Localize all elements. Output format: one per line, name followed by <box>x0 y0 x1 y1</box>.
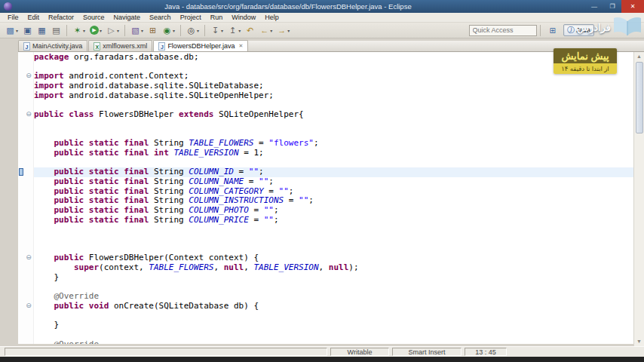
tab-label: MainActivity.java <box>32 42 82 50</box>
tab-close-icon[interactable]: ✕ <box>238 43 243 49</box>
code-line[interactable] <box>34 311 644 321</box>
menu-item-source[interactable]: Source <box>78 14 109 21</box>
back-icon[interactable]: ←▾ <box>258 24 274 37</box>
tab-bar: JMainActivity.javaXxmlflowers.xmlJFlower… <box>18 41 644 52</box>
run-external-tools-icon[interactable]: ▷▾ <box>105 24 121 37</box>
search-icon[interactable]: ◎▾ <box>185 24 201 37</box>
new-class-icon[interactable]: ◉▾ <box>161 24 176 37</box>
fold-cell <box>24 138 33 148</box>
code-line[interactable] <box>34 283 644 293</box>
title-bar: Java - database/src/org/faradars/databas… <box>0 0 644 13</box>
last-edit-location-icon[interactable]: ↶ <box>244 24 256 37</box>
toolbar-icons: ▩▾▣▦▤✶▾▶▾▷▾▧▾⊞◉▾◎▾↧▾↥▾↶←▾→▾ <box>3 24 292 37</box>
fold-margin: ⊖⊖⊖⊖ <box>24 52 34 344</box>
fold-cell <box>24 119 33 129</box>
save-icon[interactable]: ▣ <box>21 24 34 37</box>
toolbar-right: ⊞ⒿJava <box>469 24 594 36</box>
menu-item-search[interactable]: Search <box>145 14 176 21</box>
fold-cell <box>24 330 33 339</box>
quick-access-input[interactable] <box>469 25 537 36</box>
fold-collapse-icon[interactable]: ⊖ <box>24 253 33 262</box>
new-java-project-icon[interactable]: ▧▾ <box>129 24 145 37</box>
java-perspective-button[interactable]: ⒿJava <box>563 24 594 36</box>
perspective-buttons: ⊞ⒿJava <box>544 24 594 36</box>
toolbar-separator <box>124 25 125 36</box>
maximize-button[interactable]: ❐ <box>603 0 621 13</box>
scroll-up-icon[interactable]: ▲ <box>636 52 642 61</box>
debug-icon[interactable]: ✶▾ <box>71 24 87 37</box>
code-line[interactable] <box>34 235 644 244</box>
window-controls: — ❐ ✕ <box>585 0 644 13</box>
fold-cell <box>24 148 33 158</box>
fold-collapse-icon[interactable]: ⊖ <box>24 109 33 119</box>
code-line[interactable]: public static final int TABLE_VERSION = … <box>34 149 644 158</box>
menu-item-navigate[interactable]: Navigate <box>109 14 146 21</box>
code-line[interactable] <box>34 225 644 235</box>
vertical-scrollbar[interactable]: ▲ ▼ <box>633 52 644 346</box>
preview-badge-title: پیش نمایش <box>554 48 617 63</box>
code-line[interactable] <box>34 330 644 340</box>
xml-file-icon: X <box>94 42 100 51</box>
next-annotation-icon[interactable]: ↧▾ <box>209 24 225 37</box>
menu-item-file[interactable]: File <box>3 14 23 21</box>
preview-badge-subtitle: از ابتدا تا دقیقه ۱۴ <box>554 63 617 74</box>
fold-cell <box>24 224 33 234</box>
print-icon[interactable]: ▤ <box>50 24 63 37</box>
menu-item-project[interactable]: Project <box>176 14 206 21</box>
fold-collapse-icon[interactable]: ⊖ <box>24 71 33 81</box>
fold-collapse-icon[interactable]: ⊖ <box>24 301 33 311</box>
fold-cell <box>24 90 33 100</box>
new-wizard-icon[interactable]: ▩▾ <box>4 24 20 37</box>
menu-item-window[interactable]: Window <box>227 14 260 21</box>
fold-cell <box>24 100 33 109</box>
code-line[interactable]: super(context, TABLE_FLOWERS, null, TABL… <box>34 263 644 273</box>
java-file-icon: J <box>158 42 165 51</box>
fold-cell <box>24 52 33 62</box>
code-line[interactable] <box>34 120 644 130</box>
code-editor[interactable]: ⊖⊖⊖⊖ package org.faradars.database.db; i… <box>18 52 644 344</box>
tab-xmlflowers.xml[interactable]: Xxmlflowers.xml <box>88 40 152 51</box>
tab-mainactivity.java[interactable]: JMainActivity.java <box>18 40 87 51</box>
fold-cell <box>24 339 33 344</box>
code-line[interactable]: @Override <box>34 340 644 344</box>
fold-cell <box>24 272 33 282</box>
code-line[interactable]: import android.database.sqlite.SQLiteOpe… <box>34 91 644 101</box>
prev-annotation-icon[interactable]: ↥▾ <box>226 24 242 37</box>
fold-cell <box>24 291 33 301</box>
minimize-button[interactable]: — <box>585 0 603 13</box>
bottom-strip <box>0 357 644 362</box>
code-line[interactable]: package org.faradars.database.db; <box>34 53 644 63</box>
status-cursor-position: 13 : 45 <box>465 348 507 356</box>
status-bar: Writable Smart Insert 13 : 45 <box>0 346 644 357</box>
menubar: FileEditRefactorSourceNavigateSearchProj… <box>0 13 644 23</box>
scroll-down-icon[interactable]: ▼ <box>636 337 642 346</box>
menu-item-edit[interactable]: Edit <box>23 14 44 21</box>
run-icon[interactable]: ▶▾ <box>88 24 103 37</box>
fold-cell <box>24 320 33 330</box>
fold-cell <box>24 282 33 292</box>
tab-flowersdbhelper.java[interactable]: JFlowersDBHelper.java✕ <box>153 40 248 51</box>
code-line[interactable]: } <box>34 273 644 283</box>
fold-cell <box>24 215 33 225</box>
close-button[interactable]: ✕ <box>621 0 644 13</box>
fold-cell <box>24 167 33 176</box>
menu-item-help[interactable]: Help <box>260 14 284 21</box>
menu-item-run[interactable]: Run <box>206 14 228 21</box>
code-line[interactable]: public static final String COLUMN_PRICE … <box>34 216 644 225</box>
window-title: Java - database/src/org/faradars/databas… <box>0 2 576 11</box>
scrollbar-thumb[interactable] <box>636 62 643 133</box>
code-line[interactable]: } <box>34 321 644 330</box>
code-line[interactable]: public void onCreate(SQLiteDatabase db) … <box>34 302 644 311</box>
eclipse-window: Java - database/src/org/faradars/databas… <box>0 0 644 362</box>
open-perspective-button[interactable]: ⊞ <box>546 24 561 36</box>
code-line[interactable]: public class FlowersDBHelper extends SQL… <box>34 110 644 120</box>
forward-icon[interactable]: →▾ <box>275 24 291 37</box>
fold-cell <box>24 81 33 90</box>
fold-cell <box>24 311 33 321</box>
tab-label: xmlflowers.xml <box>103 42 147 50</box>
new-package-icon[interactable]: ⊞ <box>146 24 159 37</box>
code-lines[interactable]: package org.faradars.database.db; import… <box>34 52 644 344</box>
menu-item-refactor[interactable]: Refactor <box>44 14 78 21</box>
save-all-icon[interactable]: ▦ <box>35 24 48 37</box>
workspace: JMainActivity.javaXxmlflowers.xmlJFlower… <box>0 38 644 346</box>
